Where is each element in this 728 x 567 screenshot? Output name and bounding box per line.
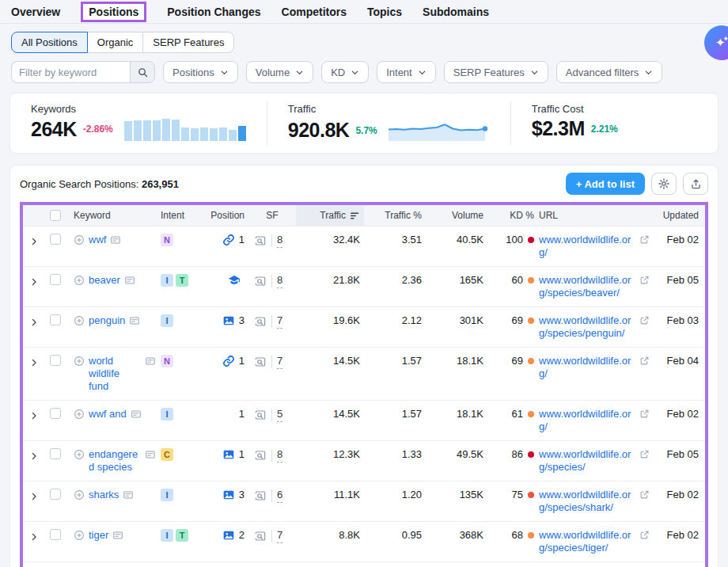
url-link[interactable]: www.worldwildlife.org/ bbox=[539, 355, 631, 379]
keyword-link[interactable]: wwf and bbox=[89, 408, 127, 420]
serp-features-count[interactable]: 8 bbox=[277, 234, 282, 248]
serp-preview-icon[interactable] bbox=[254, 356, 267, 368]
nav-topics[interactable]: Topics bbox=[367, 6, 402, 18]
filter-intent[interactable]: Intent bbox=[377, 61, 436, 83]
serp-features-count[interactable]: 7 bbox=[277, 314, 282, 329]
image-pack-icon[interactable] bbox=[222, 448, 235, 461]
tab-serp-features[interactable]: SERP Features bbox=[142, 32, 234, 53]
row-checkbox[interactable] bbox=[50, 408, 61, 419]
expand-row-button[interactable] bbox=[29, 355, 45, 368]
keyword-filter-input[interactable] bbox=[11, 61, 130, 83]
keyword-link[interactable]: endangered species bbox=[89, 448, 141, 474]
graduation-cap-icon[interactable] bbox=[228, 274, 241, 287]
keyword-link[interactable]: beaver bbox=[89, 274, 120, 287]
nav-positions[interactable]: Positions bbox=[81, 2, 146, 22]
table-settings-button[interactable] bbox=[651, 173, 677, 195]
row-checkbox[interactable] bbox=[50, 274, 61, 285]
add-keyword-icon[interactable] bbox=[74, 530, 85, 541]
keyword-link[interactable]: world wildlife fund bbox=[89, 355, 141, 393]
url-link[interactable]: www.worldwildlife.org/species/ bbox=[539, 448, 631, 473]
col-sf[interactable]: SF bbox=[249, 205, 295, 226]
row-checkbox[interactable] bbox=[50, 314, 61, 325]
image-pack-icon[interactable] bbox=[222, 314, 235, 327]
add-keyword-icon[interactable] bbox=[74, 275, 85, 286]
external-link-icon[interactable] bbox=[639, 234, 650, 245]
snippet-card-icon[interactable] bbox=[124, 275, 135, 286]
filter-kd[interactable]: KD bbox=[321, 61, 369, 83]
serp-preview-icon[interactable] bbox=[254, 315, 267, 328]
external-link-icon[interactable] bbox=[639, 489, 650, 500]
serp-preview-icon[interactable] bbox=[254, 275, 267, 287]
snippet-card-icon[interactable] bbox=[145, 356, 156, 367]
snippet-card-icon[interactable] bbox=[112, 530, 123, 541]
url-link[interactable]: www.worldwildlife.org/ bbox=[539, 234, 631, 258]
expand-row-button[interactable] bbox=[29, 314, 45, 328]
col-updated[interactable]: Updated bbox=[654, 205, 699, 226]
serp-preview-icon[interactable] bbox=[254, 409, 267, 421]
snippet-card-icon[interactable] bbox=[129, 315, 140, 326]
expand-row-button[interactable] bbox=[29, 274, 45, 287]
link-icon[interactable] bbox=[222, 355, 235, 367]
external-link-icon[interactable] bbox=[639, 530, 650, 540]
add-keyword-icon[interactable] bbox=[74, 449, 85, 460]
expand-row-button[interactable] bbox=[29, 234, 45, 247]
filter-positions[interactable]: Positions bbox=[163, 61, 238, 83]
expand-row-button[interactable] bbox=[29, 489, 45, 502]
nav-subdomains[interactable]: Subdomains bbox=[423, 6, 489, 18]
nav-overview[interactable]: Overview bbox=[11, 6, 60, 18]
url-link[interactable]: www.worldwildlife.org/ bbox=[539, 408, 631, 432]
add-keyword-icon[interactable] bbox=[74, 356, 85, 367]
serp-features-count[interactable]: 8 bbox=[277, 274, 282, 288]
serp-features-count[interactable]: 7 bbox=[277, 529, 282, 543]
tab-organic[interactable]: Organic bbox=[87, 32, 144, 53]
url-link[interactable]: www.worldwildlife.org/species/beaver/ bbox=[539, 274, 631, 299]
nav-competitors[interactable]: Competitors bbox=[282, 6, 347, 18]
snippet-card-icon[interactable] bbox=[110, 234, 121, 245]
keyword-link[interactable]: sharks bbox=[89, 489, 119, 501]
external-link-icon[interactable] bbox=[639, 449, 650, 459]
url-link[interactable]: www.worldwildlife.org/species/penguin/ bbox=[539, 314, 631, 339]
serp-preview-icon[interactable] bbox=[254, 489, 267, 502]
url-link[interactable]: www.worldwildlife.org/species/shark/ bbox=[539, 489, 631, 513]
serp-features-count[interactable]: 6 bbox=[277, 489, 282, 503]
external-link-icon[interactable] bbox=[639, 356, 650, 366]
external-link-icon[interactable] bbox=[639, 409, 650, 419]
filter-volume[interactable]: Volume bbox=[246, 61, 313, 83]
serp-features-count[interactable]: 5 bbox=[277, 408, 282, 422]
serp-preview-icon[interactable] bbox=[254, 234, 267, 247]
image-pack-icon[interactable] bbox=[222, 489, 235, 501]
add-keyword-icon[interactable] bbox=[74, 409, 85, 420]
row-checkbox[interactable] bbox=[50, 234, 61, 245]
image-pack-icon[interactable] bbox=[222, 529, 235, 542]
keyword-link[interactable]: tiger bbox=[89, 529, 108, 542]
col-kd[interactable]: KD % bbox=[488, 205, 534, 226]
export-button[interactable] bbox=[683, 173, 708, 195]
add-keyword-icon[interactable] bbox=[74, 234, 85, 245]
keyword-link[interactable]: wwf bbox=[89, 234, 106, 246]
expand-row-button[interactable] bbox=[29, 408, 45, 421]
row-checkbox[interactable] bbox=[50, 355, 61, 366]
serp-features-count[interactable]: 8 bbox=[277, 448, 282, 462]
filter-serp-features[interactable]: SERP Features bbox=[444, 61, 548, 83]
serp-preview-icon[interactable] bbox=[254, 530, 267, 542]
filter-advanced[interactable]: Advanced filters bbox=[556, 61, 663, 83]
col-volume[interactable]: Volume bbox=[427, 205, 483, 226]
col-position[interactable]: Position bbox=[202, 205, 245, 226]
row-checkbox[interactable] bbox=[50, 448, 61, 459]
snippet-card-icon[interactable] bbox=[123, 489, 134, 500]
row-checkbox[interactable] bbox=[50, 529, 61, 540]
row-checkbox[interactable] bbox=[50, 489, 61, 500]
url-link[interactable]: www.worldwildlife.org/species/tiger/ bbox=[539, 529, 631, 554]
expand-row-button[interactable] bbox=[29, 529, 45, 542]
serp-preview-icon[interactable] bbox=[254, 449, 267, 462]
col-traffic-pct[interactable]: Traffic % bbox=[365, 205, 422, 226]
serp-features-count[interactable]: 7 bbox=[277, 355, 282, 369]
tab-all-positions[interactable]: All Positions bbox=[11, 32, 88, 53]
snippet-card-icon[interactable] bbox=[131, 409, 142, 420]
add-keyword-icon[interactable] bbox=[74, 489, 85, 500]
col-keyword[interactable]: Keyword bbox=[74, 205, 156, 226]
external-link-icon[interactable] bbox=[639, 275, 650, 285]
nav-position-changes[interactable]: Position Changes bbox=[167, 6, 260, 18]
add-keyword-icon[interactable] bbox=[74, 315, 85, 326]
expand-row-button[interactable] bbox=[29, 448, 45, 462]
